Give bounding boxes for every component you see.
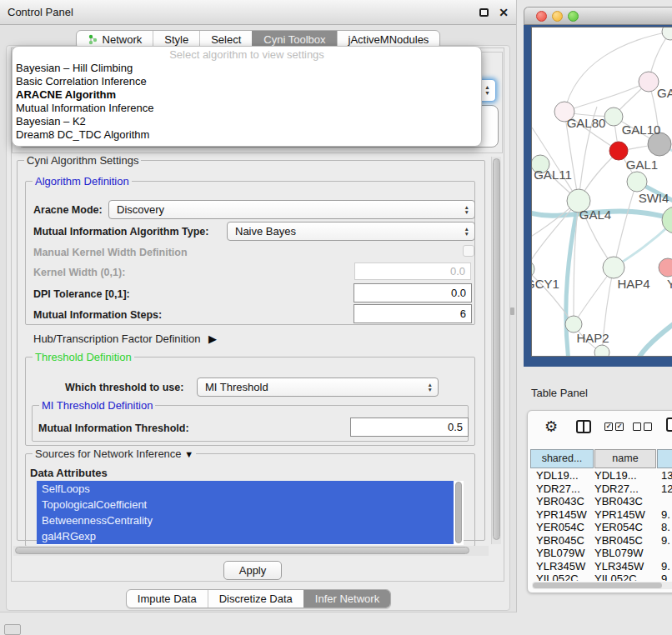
table-row[interactable]: YPR145WYPR145W9. — [529, 508, 672, 522]
cell: YLR345W — [529, 560, 594, 573]
combo-down-arrow-icon: ▼ — [484, 90, 490, 96]
list-item-selected[interactable]: BetweennessCentrality — [37, 512, 454, 528]
network-window-titlebar[interactable] — [524, 7, 672, 25]
column-header-partial[interactable] — [657, 449, 672, 468]
list-item-selected[interactable]: gal4RGexp — [37, 528, 454, 544]
table-row[interactable]: YLR345WYLR345W9. — [529, 560, 672, 573]
unchecked-pair-icon[interactable] — [633, 422, 652, 431]
control-panel-header: Control Panel ✕ — [0, 0, 516, 25]
algorithm-option[interactable]: Bayesian – K2 — [13, 115, 481, 128]
tab-impute-data[interactable]: Impute Data — [127, 590, 208, 608]
table-header-row: shared... name — [529, 449, 672, 468]
mi-threshold-label: Mutual Information Threshold: — [38, 422, 189, 434]
node-label: GAL1 — [626, 158, 658, 172]
combo-up-arrow-icon: ▲ — [484, 84, 490, 90]
network-node[interactable] — [603, 257, 624, 278]
mi-algorithm-type-combobox[interactable]: Naive Bayes ▲▼ — [227, 222, 475, 241]
apply-button[interactable]: Apply — [223, 561, 282, 580]
close-icon[interactable]: ✕ — [499, 4, 509, 21]
network-window-frame: GAL GAL80 GAL10 GAL1 GAL11 SWI4 GAL4 GCY… — [524, 25, 672, 367]
column-header-shared-name[interactable]: shared... — [530, 449, 594, 468]
sources-group-title[interactable]: Sources for Network Inference ▼ — [33, 448, 196, 460]
scrollbar-thumb[interactable] — [15, 547, 469, 554]
network-view-window: GAL GAL80 GAL10 GAL1 GAL11 SWI4 GAL4 GCY… — [524, 7, 672, 367]
sources-title-text: Sources for Network Inference — [35, 448, 182, 460]
scrollbar-thumb[interactable] — [493, 158, 500, 540]
algorithm-option-selected[interactable]: ARACNE Algorithm — [13, 88, 481, 102]
manual-kernel-width-checkbox[interactable] — [463, 245, 474, 257]
scrollbar-thumb[interactable] — [533, 582, 662, 588]
checkbox-checked-icon: ✓ — [615, 422, 624, 431]
list-item-selected[interactable]: SelfLoops — [37, 481, 454, 497]
list-scrollbar[interactable] — [455, 482, 462, 543]
cell: YBR045C — [594, 534, 659, 548]
mi-algorithm-type-label: Mutual Information Algorithm Type: — [33, 226, 208, 238]
panel-doc-icon[interactable] — [666, 418, 672, 432]
data-attributes-list: SelfLoops TopologicalCoefficient Between… — [37, 481, 464, 545]
minimize-window-icon[interactable] — [552, 11, 563, 22]
tab-infer-network[interactable]: Infer Network — [303, 590, 390, 608]
column-header-name[interactable]: name — [594, 449, 656, 468]
checkbox-empty-icon — [633, 422, 641, 431]
cell: YBL079W — [594, 547, 659, 560]
split-columns-icon[interactable] — [576, 420, 591, 433]
tab-discretize-data[interactable]: Discretize Data — [208, 590, 303, 608]
network-edge — [564, 82, 649, 112]
combo-down-arrow-icon: ▼ — [428, 388, 433, 392]
mi-threshold-field[interactable] — [350, 418, 469, 437]
aracne-mode-combobox[interactable]: Discovery ▲▼ — [108, 200, 475, 219]
cell: 13 — [659, 469, 672, 482]
algorithm-option[interactable]: Mutual Information Inference — [13, 102, 481, 115]
algorithm-option[interactable]: Dream8 DC_TDC Algorithm — [13, 128, 481, 142]
table-row[interactable]: YER054CYER054C8. — [529, 521, 672, 534]
algorithm-option[interactable]: Bayesian – Hill Climbing — [13, 62, 481, 75]
network-canvas[interactable]: GAL GAL80 GAL10 GAL1 GAL11 SWI4 GAL4 GCY… — [531, 27, 672, 357]
which-threshold-combobox[interactable]: MI Threshold ▲▼ — [197, 378, 439, 397]
mi-steps-field[interactable] — [354, 304, 472, 323]
close-window-icon[interactable] — [536, 11, 547, 22]
network-node[interactable] — [594, 345, 609, 356]
cell: YDR27... — [594, 482, 659, 496]
table-row[interactable]: YBR045CYBR045C9. — [529, 534, 672, 548]
cell: YER054C — [594, 521, 659, 534]
table-row[interactable]: YBR043CYBR043C — [529, 495, 672, 508]
kernel-width-field[interactable] — [354, 262, 471, 280]
list-item-selected[interactable]: TopologicalCoefficient — [37, 497, 454, 512]
dpi-tolerance-field[interactable] — [354, 283, 472, 302]
network-node[interactable] — [662, 28, 672, 40]
combo-down-arrow-icon: ▼ — [464, 232, 469, 237]
tab-impute-data-label: Impute Data — [138, 590, 197, 608]
network-node[interactable] — [639, 72, 659, 92]
cell: YPR145W — [529, 508, 594, 522]
table-row[interactable]: YIL052CYIL052C9 — [529, 572, 672, 581]
cell — [659, 495, 661, 508]
cell: 9. — [659, 560, 670, 573]
network-node[interactable] — [659, 258, 672, 277]
network-node-selected[interactable] — [609, 142, 628, 160]
threshold-definition-title: Threshold Definition — [33, 351, 134, 363]
float-panel-icon[interactable] — [479, 8, 489, 17]
node-label: GAL80 — [567, 116, 606, 130]
table-horizontal-scrollbar[interactable] — [532, 582, 672, 589]
table-row[interactable]: YDR27...YDR27...12 — [529, 482, 672, 496]
mi-threshold-group-title: MI Threshold Definition — [39, 399, 155, 412]
table-row[interactable]: YDL19...YDL19...13 — [529, 469, 672, 482]
minimized-panel-icon[interactable] — [4, 624, 21, 635]
split-pane-grip[interactable] — [510, 308, 514, 315]
zoom-window-icon[interactable] — [568, 11, 579, 22]
network-node[interactable] — [604, 108, 623, 126]
hub-definition-toggle[interactable]: Hub/Transcription Factor Definition ▶ — [33, 332, 217, 345]
network-node[interactable] — [565, 316, 582, 332]
settings-vertical-scrollbar[interactable] — [491, 157, 501, 544]
gear-icon[interactable]: ⚙ — [544, 418, 558, 436]
algorithm-option[interactable]: Basic Correlation Inference — [13, 75, 481, 88]
cyni-algorithm-settings-title: Cyni Algorithm Settings — [24, 154, 141, 167]
data-attributes-label: Data Attributes — [30, 467, 108, 479]
bottom-tabbar: Impute Data Discretize Data Infer Networ… — [126, 589, 391, 608]
dpi-tolerance-label: DPI Tolerance [0,1]: — [33, 288, 130, 300]
table-row[interactable]: YBL079WYBL079W — [529, 547, 672, 560]
settings-horizontal-scrollbar[interactable] — [13, 546, 489, 556]
checked-pair-icon[interactable]: ✓ ✓ — [604, 422, 624, 431]
network-node[interactable] — [627, 172, 647, 192]
cell: 12 — [659, 482, 672, 496]
